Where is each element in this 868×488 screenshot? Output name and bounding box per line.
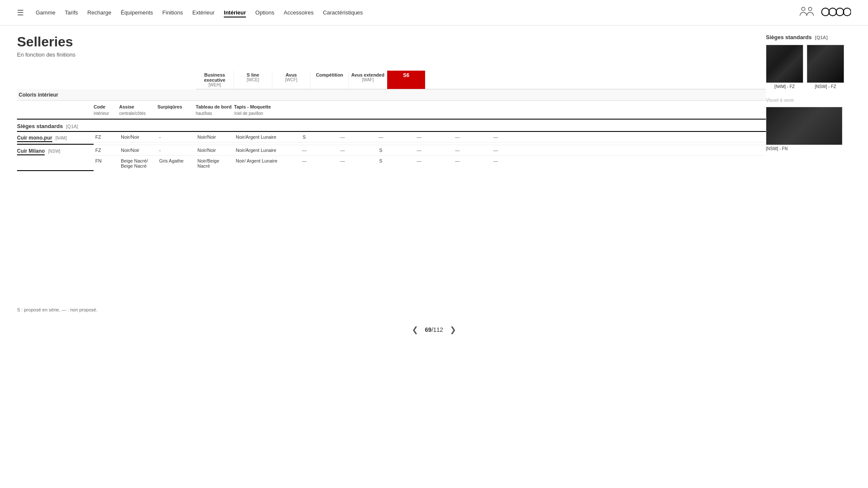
coloris-header-row: Coloris intérieur xyxy=(17,89,766,101)
nav-item-accessoires[interactable]: Accessoires xyxy=(284,9,314,16)
cell-fin-wce: — xyxy=(323,132,362,142)
selleries-table: Business executive [WEH] S line [WCE] Av… xyxy=(17,71,766,171)
sidebar-right: Sièges standards [Q1A] [N4M] - FZ [NSW] … xyxy=(766,34,851,171)
col-header-assise: Assise centrale/côtés xyxy=(119,103,157,116)
column-headers: Code intérieur Assise centrale/côtés Sur… xyxy=(17,101,766,120)
pagination: ❮ 69/112 ❯ xyxy=(0,317,868,343)
cell-fin-competition: — xyxy=(400,132,438,142)
category-rows-cuir-milano: FZ Noir/Noir - Noir/Noir Noir/Argent Lun… xyxy=(94,145,766,171)
cell-fin-s6: — xyxy=(477,156,515,171)
cell-fin-wce: — xyxy=(323,156,362,171)
svg-point-5 xyxy=(843,8,851,16)
visuel-avenir: Visuel à venir xyxy=(766,97,851,103)
seat-image-1: [N4M] - FZ xyxy=(766,45,803,89)
cell-code: FN xyxy=(94,156,119,171)
sieges-heading-code: [Q1A] xyxy=(66,124,78,129)
nav-item-options[interactable]: Options xyxy=(255,9,274,16)
sieges-heading-area: Sièges standards [Q1A] xyxy=(17,123,94,129)
cell-fin-competition: — xyxy=(400,156,438,171)
prev-page-button[interactable]: ❮ xyxy=(412,325,418,334)
seat-image-1-label: [N4M] - FZ xyxy=(766,84,803,89)
total-page-number: 112 xyxy=(433,326,443,333)
col-header-tapis: Tapis - Moquette /ciel de pavillon xyxy=(234,103,285,116)
cell-code: FZ xyxy=(94,145,119,155)
user-icon[interactable] xyxy=(799,6,814,20)
svg-point-1 xyxy=(808,7,812,11)
cell-tableau: Noir/Noir xyxy=(196,132,234,142)
nav-item-caracteristiques[interactable]: Caractéristiques xyxy=(323,9,363,16)
seat-image-2-label: [NSW] - FZ xyxy=(807,84,844,89)
nav-right xyxy=(799,6,851,20)
cell-surpiqures: Gris Agathe xyxy=(157,156,196,171)
cell-surpiqures: - xyxy=(157,132,196,142)
nav-item-tarifs[interactable]: Tarifs xyxy=(65,9,78,16)
fin-col-s6: S6 xyxy=(387,71,425,89)
cell-assise: Noir/Noir xyxy=(119,145,157,155)
fin-col-waf: Avus extended [WAF] xyxy=(349,71,387,89)
seat-images-row: [N4M] - FZ [NSW] - FZ xyxy=(766,45,851,89)
sieges-heading-label: Sièges standards xyxy=(17,123,63,129)
category-label-cuir-mono: Cuir mono.pur [N4M] xyxy=(17,132,94,145)
current-page-number: 69 xyxy=(425,326,432,333)
seat-image-3-label: [NSW] - FN xyxy=(766,146,851,151)
hamburger-icon[interactable]: ☰ xyxy=(17,8,24,17)
nav-item-finitions[interactable]: Finitions xyxy=(163,9,183,16)
content-area: Selleries En fonction des finitions Busi… xyxy=(17,34,766,171)
col-header-surpiqures: Surpiqûres xyxy=(157,103,196,116)
fin-col-weh: Business executive [WEH] xyxy=(196,71,234,89)
col-header-tableau: Tableau de bord haut/bas xyxy=(196,103,234,116)
cell-fin-weh: — xyxy=(285,156,323,171)
seat-image-3-visual xyxy=(766,107,842,145)
seat-image-2: [NSW] - FZ xyxy=(807,45,844,89)
category-cuir-mono: Cuir mono.pur [N4M] FZ Noir/Noir - Noir/… xyxy=(17,132,766,145)
footer-note: S : proposé en série, — : non proposé. xyxy=(0,299,868,317)
fin-col-wce: S line [WCE] xyxy=(234,71,272,89)
sidebar-heading: Sièges standards [Q1A] xyxy=(766,34,851,40)
nav-item-interieur[interactable]: Intérieur xyxy=(224,9,246,16)
seat-image-3: [NSW] - FN xyxy=(766,107,851,151)
sieges-standards-heading: Sièges standards [Q1A] xyxy=(17,120,766,132)
cell-tableau: Noir/Noir xyxy=(196,145,234,155)
cell-fin-wcf: S xyxy=(362,145,400,155)
cell-fin-waf: — xyxy=(438,132,477,142)
page-subtitle: En fonction des finitions xyxy=(17,51,766,58)
finitions-header: Business executive [WEH] S line [WCE] Av… xyxy=(196,71,766,89)
page-current: 69/112 xyxy=(425,326,443,333)
category-cuir-milano: Cuir Milano [NSW] FZ Noir/Noir - Noir/No… xyxy=(17,145,766,171)
cell-tapis: Noir/ Argent Lunaire xyxy=(234,156,285,171)
cell-fin-s6: — xyxy=(477,132,515,142)
page-title: Selleries xyxy=(17,34,766,50)
cell-tapis: Noir/Argent Lunaire xyxy=(234,145,285,155)
nav-item-exterieur[interactable]: Extérieur xyxy=(192,9,214,16)
cell-fin-weh: — xyxy=(285,145,323,155)
svg-point-2 xyxy=(822,8,829,16)
nav-item-gamme[interactable]: Gamme xyxy=(36,9,55,16)
cell-tableau: Noir/Beige Nacré xyxy=(196,156,234,171)
next-page-button[interactable]: ❯ xyxy=(450,325,456,334)
coloris-interieur-label: Coloris intérieur xyxy=(17,92,196,98)
cell-fin-waf: — xyxy=(438,156,477,171)
nav-left: ☰ Gamme Tarifs Recharge Équipements Fini… xyxy=(17,8,363,17)
cell-fin-wce: — xyxy=(323,145,362,155)
table-row: FZ Noir/Noir - Noir/Noir Noir/Argent Lun… xyxy=(94,132,766,143)
main-layout: Selleries En fonction des finitions Busi… xyxy=(0,26,868,171)
cell-fin-competition: — xyxy=(400,145,438,155)
cell-code: FZ xyxy=(94,132,119,142)
cell-fin-wcf: S xyxy=(362,156,400,171)
svg-point-3 xyxy=(829,8,837,16)
category-label-cuir-milano: Cuir Milano [NSW] xyxy=(17,145,94,171)
cell-fin-waf: — xyxy=(438,145,477,155)
nav-item-recharge[interactable]: Recharge xyxy=(87,9,111,16)
nav-item-equipements[interactable]: Équipements xyxy=(121,9,153,16)
cell-assise: Beige Nacré/ Beige Nacré xyxy=(119,156,157,171)
cell-surpiqures: - xyxy=(157,145,196,155)
col-header-code: Code intérieur xyxy=(94,103,119,116)
table-row: FN Beige Nacré/ Beige Nacré Gris Agathe … xyxy=(94,156,766,171)
svg-point-0 xyxy=(802,7,805,11)
cell-assise: Noir/Noir xyxy=(119,132,157,142)
cell-fin-wcf: — xyxy=(362,132,400,142)
fin-col-wcf: Avus [WCF] xyxy=(272,71,311,89)
cell-fin-weh: S xyxy=(285,132,323,142)
fin-col-competition: Compétition xyxy=(311,71,349,89)
nav-links: Gamme Tarifs Recharge Équipements Finiti… xyxy=(36,9,363,16)
